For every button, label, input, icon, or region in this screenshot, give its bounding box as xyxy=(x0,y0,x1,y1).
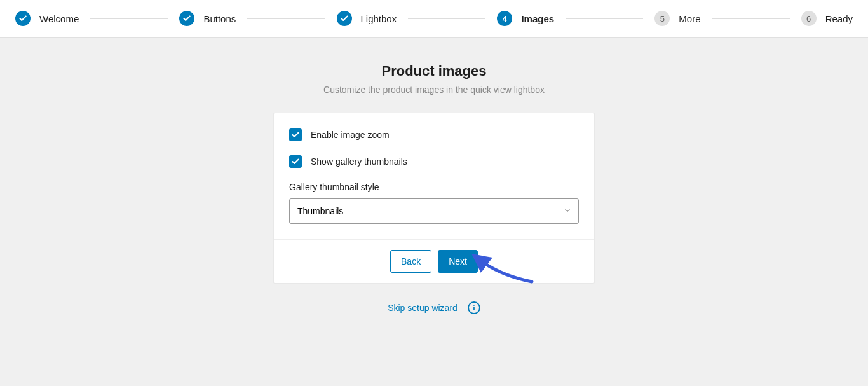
step-label: More xyxy=(679,13,700,24)
page-title: Product images xyxy=(381,63,486,79)
step-connector xyxy=(408,18,485,19)
step-more[interactable]: 5 More xyxy=(654,11,700,26)
step-label: Ready xyxy=(825,13,853,24)
step-label: Welcome xyxy=(39,13,79,24)
step-number-badge: 4 xyxy=(497,11,512,26)
check-icon xyxy=(291,130,300,139)
step-welcome[interactable]: Welcome xyxy=(15,11,79,26)
page-subtitle: Customize the product images in the quic… xyxy=(323,85,545,95)
check-icon xyxy=(291,157,300,166)
step-buttons[interactable]: Buttons xyxy=(179,11,236,26)
enable-zoom-checkbox[interactable] xyxy=(289,128,302,141)
check-icon xyxy=(15,11,31,26)
stepper-bar: Welcome Buttons Lightbox 4 Images 5 More… xyxy=(0,0,868,38)
show-thumbnails-checkbox[interactable] xyxy=(289,155,302,168)
content-area: Product images Customize the product ima… xyxy=(0,38,868,314)
card-footer: Back Next xyxy=(274,239,594,283)
enable-zoom-row: Enable image zoom xyxy=(289,128,579,141)
next-button[interactable]: Next xyxy=(438,250,478,273)
step-label: Buttons xyxy=(203,13,236,24)
gallery-style-select[interactable]: Thumbnails xyxy=(289,198,579,224)
step-images[interactable]: 4 Images xyxy=(497,11,554,26)
gallery-style-select-wrap: Thumbnails xyxy=(289,198,579,224)
step-number-badge: 6 xyxy=(801,11,817,26)
step-connector xyxy=(247,18,325,19)
step-connector xyxy=(90,18,168,19)
step-label: Lightbox xyxy=(361,13,397,24)
enable-zoom-label: Enable image zoom xyxy=(311,130,390,140)
step-connector xyxy=(712,18,789,19)
step-number-badge: 5 xyxy=(654,11,670,26)
step-ready[interactable]: 6 Ready xyxy=(801,11,853,26)
check-icon xyxy=(179,11,194,26)
step-connector xyxy=(566,18,643,19)
check-icon xyxy=(337,11,352,26)
skip-setup-link[interactable]: Skip setup wizard xyxy=(388,303,458,313)
skip-row: Skip setup wizard i xyxy=(388,301,480,314)
gallery-style-label: Gallery thumbnail style xyxy=(289,182,579,192)
back-button[interactable]: Back xyxy=(390,250,431,273)
show-thumbnails-row: Show gallery thumbnails xyxy=(289,155,579,168)
card-body: Enable image zoom Show gallery thumbnail… xyxy=(274,113,594,239)
step-lightbox[interactable]: Lightbox xyxy=(337,11,397,26)
show-thumbnails-label: Show gallery thumbnails xyxy=(311,156,407,167)
step-label: Images xyxy=(521,13,554,24)
info-icon[interactable]: i xyxy=(468,301,480,314)
settings-card: Enable image zoom Show gallery thumbnail… xyxy=(273,113,595,284)
select-value: Thumbnails xyxy=(297,206,343,216)
